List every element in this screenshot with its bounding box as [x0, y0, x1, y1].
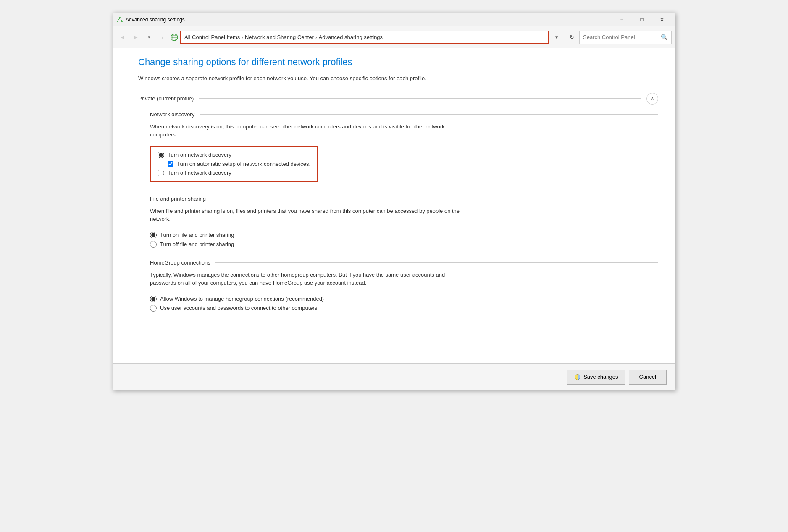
nav-bar: ◀ ▶ ▾ ↑ All Control Panel Items › Networ… [113, 26, 675, 48]
dropdown-button[interactable]: ▾ [143, 31, 155, 43]
back-button[interactable]: ◀ [116, 31, 128, 43]
network-discovery-subsection: Network discovery When network discovery… [150, 111, 658, 186]
svg-line-3 [118, 18, 120, 21]
file-printer-options: Turn on file and printer sharing Turn of… [150, 230, 658, 249]
address-bar-icon [170, 33, 179, 42]
svg-point-0 [119, 17, 121, 18]
chevron-down-icon: ▾ [555, 34, 558, 40]
title-controls: − □ ✕ [612, 13, 672, 26]
nd-auto-checkbox[interactable] [168, 161, 173, 167]
nd-off-option[interactable]: Turn off network discovery [158, 170, 310, 176]
page-title: Change sharing options for different net… [138, 57, 658, 68]
address-dropdown-button[interactable]: ▾ [551, 31, 562, 43]
hg-user-radio[interactable] [150, 305, 157, 312]
forward-button[interactable]: ▶ [130, 31, 142, 43]
private-section-title: Private (current profile) [138, 95, 194, 102]
content-wrapper: Change sharing options for different net… [113, 48, 675, 363]
private-section-toggle[interactable]: ∧ [646, 93, 658, 105]
cancel-button[interactable]: Cancel [629, 370, 667, 385]
svg-point-1 [117, 21, 118, 22]
network-discovery-line [200, 114, 658, 115]
title-bar-left: Advanced sharing settings [116, 16, 185, 23]
dropdown-icon: ▾ [148, 34, 150, 40]
maximize-button[interactable]: □ [632, 13, 651, 26]
hg-windows-radio[interactable] [150, 296, 157, 302]
refresh-button[interactable]: ↻ [566, 31, 578, 43]
network-discovery-title: Network discovery [150, 111, 194, 118]
search-box: 🔍 [579, 31, 672, 44]
fp-off-radio[interactable] [150, 241, 157, 248]
chevron-up-icon: ∧ [651, 96, 654, 102]
search-icon: 🔍 [661, 34, 668, 40]
svg-point-2 [121, 21, 123, 22]
hg-windows-label: Allow Windows to manage homegroup connec… [160, 296, 324, 302]
fp-on-radio[interactable] [150, 232, 157, 238]
private-section-line [199, 98, 641, 99]
refresh-icon: ↻ [570, 34, 574, 40]
nd-on-label: Turn on network discovery [168, 152, 231, 158]
hg-windows-option[interactable]: Allow Windows to manage homegroup connec… [150, 296, 658, 302]
fp-off-label: Turn off file and printer sharing [160, 241, 234, 247]
breadcrumb-item-1[interactable]: All Control Panel Items [184, 34, 240, 40]
network-discovery-options-box: Turn on network discovery Turn on automa… [150, 146, 318, 182]
file-printer-header: File and printer sharing [150, 196, 658, 202]
forward-icon: ▶ [134, 34, 137, 40]
back-icon: ◀ [121, 34, 124, 40]
shield-icon [574, 374, 581, 380]
nd-on-radio[interactable] [158, 152, 164, 158]
network-title-icon [116, 16, 123, 23]
homegroup-options: Allow Windows to manage homegroup connec… [150, 294, 658, 313]
fp-on-label: Turn on file and printer sharing [160, 232, 234, 238]
file-printer-subsection: File and printer sharing When file and p… [150, 196, 658, 249]
private-section-header: Private (current profile) ∧ [138, 93, 658, 105]
breadcrumb-item-3[interactable]: Advanced sharing settings [319, 34, 383, 40]
up-button[interactable]: ↑ [157, 31, 168, 43]
nd-off-radio[interactable] [158, 170, 164, 176]
breadcrumb-sep-2: › [315, 35, 317, 40]
window-title: Advanced sharing settings [126, 17, 185, 23]
network-discovery-header: Network discovery [150, 111, 658, 118]
fp-on-option[interactable]: Turn on file and printer sharing [150, 232, 658, 238]
main-content: Change sharing options for different net… [113, 48, 675, 363]
bottom-bar: Save changes Cancel [113, 363, 675, 390]
breadcrumb-item-2[interactable]: Network and Sharing Center [245, 34, 314, 40]
close-button[interactable]: ✕ [652, 13, 672, 26]
breadcrumb: All Control Panel Items › Network and Sh… [184, 34, 545, 40]
svg-line-4 [120, 18, 122, 21]
title-bar: Advanced sharing settings − □ ✕ [113, 13, 675, 26]
page-description: Windows creates a separate network profi… [138, 74, 483, 83]
save-button[interactable]: Save changes [567, 370, 625, 385]
hg-user-option[interactable]: Use user accounts and passwords to conne… [150, 305, 658, 312]
network-discovery-description: When network discovery is on, this compu… [150, 123, 461, 139]
search-button[interactable]: 🔍 [661, 34, 668, 40]
homegroup-description: Typically, Windows manages the connectio… [150, 271, 461, 287]
save-label: Save changes [583, 374, 618, 380]
nd-auto-label: Turn on automatic setup of network conne… [177, 161, 310, 167]
file-printer-line [211, 199, 658, 199]
file-printer-title: File and printer sharing [150, 196, 206, 202]
up-icon: ↑ [161, 35, 164, 40]
fp-off-option[interactable]: Turn off file and printer sharing [150, 241, 658, 248]
cancel-label: Cancel [639, 374, 656, 380]
breadcrumb-sep-1: › [242, 35, 243, 40]
nd-on-option[interactable]: Turn on network discovery [158, 152, 310, 158]
nd-off-label: Turn off network discovery [168, 170, 231, 176]
homegroup-line [215, 262, 658, 263]
homegroup-subsection: HomeGroup connections Typically, Windows… [150, 259, 658, 313]
nd-auto-option[interactable]: Turn on automatic setup of network conne… [168, 161, 310, 167]
minimize-button[interactable]: − [612, 13, 631, 26]
file-printer-description: When file and printer sharing is on, fil… [150, 207, 461, 223]
address-bar[interactable]: All Control Panel Items › Network and Sh… [180, 31, 549, 44]
search-input[interactable] [583, 34, 659, 40]
homegroup-header: HomeGroup connections [150, 259, 658, 266]
hg-user-label: Use user accounts and passwords to conne… [160, 305, 317, 311]
homegroup-title: HomeGroup connections [150, 259, 210, 266]
main-window: Advanced sharing settings − □ ✕ ◀ ▶ ▾ ↑ [113, 13, 675, 390]
